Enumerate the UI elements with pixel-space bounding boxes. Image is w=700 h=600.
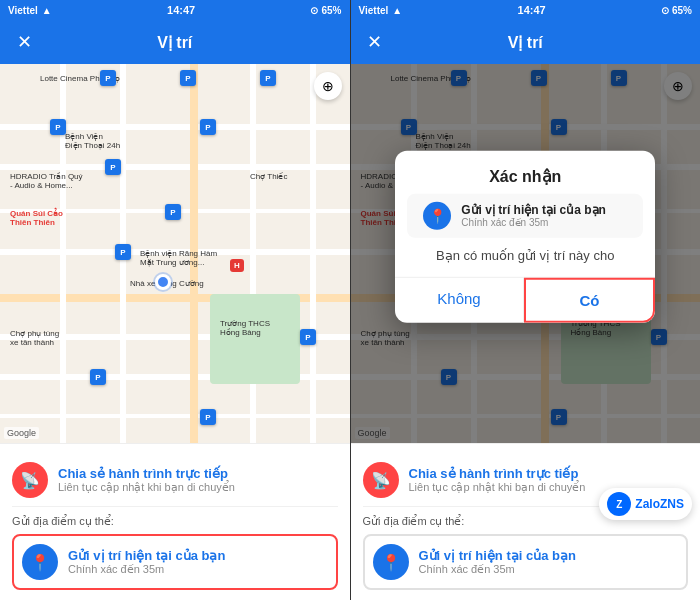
map-area-left: H Lotte Cinema Phú Thọ Bệnh ViệnĐiện Tho… — [0, 64, 350, 443]
status-right-left: ⊙ 65% — [310, 5, 341, 16]
map-park — [210, 294, 300, 384]
carrier-right: Viettel — [359, 5, 389, 16]
right-panel: Viettel ▲ 14:47 ⊙ 65% ✕ Vị trí — [351, 0, 701, 600]
header-title-left: Vị trí — [157, 33, 192, 52]
send-current-icon: 📍 — [22, 544, 58, 580]
wifi-icon-right: ⊙ — [661, 5, 669, 16]
dialog-location-icon: 📍 — [423, 201, 451, 229]
road — [0, 414, 350, 418]
time-right: 14:47 — [518, 4, 546, 16]
map-icon-5: P — [200, 119, 216, 135]
dialog-cancel-button[interactable]: Không — [395, 277, 524, 322]
map-icon-10: P — [90, 369, 106, 385]
send-current-subtitle-r: Chính xác đến 35m — [419, 563, 576, 576]
map-label-cho-phu-tung: Chợ phụ tùngxe tân thành — [10, 329, 59, 347]
zalo-watermark: Z ZaloZNS — [599, 488, 692, 520]
road — [0, 164, 350, 170]
battery-right: 65% — [672, 5, 692, 16]
current-location-marker — [155, 274, 171, 290]
dialog-location-row: 📍 Gửi vị trí hiện tại của bạn Chính xác … — [407, 193, 643, 237]
send-section-label: Gửi địa điểm cụ thể: — [12, 515, 338, 528]
share-live-title: Chia sẻ hành trình trực tiếp — [58, 466, 235, 481]
status-left: Viettel ▲ — [8, 5, 52, 16]
map-icon-11: P — [200, 409, 216, 425]
dialog-confirm-button[interactable]: Có — [524, 277, 656, 322]
status-bar-left: Viettel ▲ 14:47 ⊙ 65% — [0, 0, 350, 20]
dialog-location-main: Gửi vị trí hiện tại của bạn — [461, 203, 606, 217]
dialog-location-sub: Chính xác đến 35m — [461, 217, 606, 228]
compass[interactable]: ⊕ — [314, 72, 342, 100]
road — [310, 64, 316, 443]
bottom-panel-left: 📡 Chia sẻ hành trình trực tiếp Liên tục … — [0, 443, 350, 600]
close-button-left[interactable]: ✕ — [12, 31, 36, 53]
hospital-marker: H — [230, 259, 244, 272]
status-left-right: Viettel ▲ — [359, 5, 403, 16]
close-button-right[interactable]: ✕ — [363, 31, 387, 53]
wifi-icon-left: ⊙ — [310, 5, 318, 16]
bottom-panel-right: 📡 Chia sẻ hành trình trực tiếp Liên tục … — [351, 443, 701, 600]
send-section-left: Gửi địa điểm cụ thể: 📍 Gửi vị trí hiện t… — [12, 515, 338, 590]
send-current-title: Gửi vị trí hiện tại của bạn — [68, 548, 225, 563]
share-live-subtitle-r: Liên tục cập nhật khi bạn di chuyển — [409, 481, 586, 494]
map-icon-3: P — [260, 70, 276, 86]
send-current-location-left[interactable]: 📍 Gửi vị trí hiện tại của bạn Chính xác … — [12, 534, 338, 590]
app-header-left: ✕ Vị trí — [0, 20, 350, 64]
share-live-title-r: Chia sẻ hành trình trực tiếp — [409, 466, 586, 481]
share-live-icon-r: 📡 — [363, 462, 399, 498]
map-label-benh-vien: Bệnh ViệnĐiện Thoại 24h — [65, 132, 120, 150]
dialog-location-text: Gửi vị trí hiện tại của bạn Chính xác đế… — [461, 203, 606, 228]
map-label-truong: Trường THCSHồng Bàng — [220, 319, 270, 337]
map-icon-7: P — [165, 204, 181, 220]
send-current-text: Gửi vị trí hiện tại của bạn Chính xác đế… — [68, 548, 225, 576]
zalo-icon: Z — [607, 492, 631, 516]
send-current-location-right[interactable]: 📍 Gửi vị trí hiện tại của bạn Chính xác … — [363, 534, 689, 590]
map-icon-1: P — [100, 70, 116, 86]
battery-left: 65% — [321, 5, 341, 16]
map-icon-2: P — [180, 70, 196, 86]
share-live-left[interactable]: 📡 Chia sẻ hành trình trực tiếp Liên tục … — [12, 454, 338, 507]
zalo-label: ZaloZNS — [635, 497, 684, 511]
google-label-left: Google — [4, 427, 39, 439]
share-live-icon: 📡 — [12, 462, 48, 498]
dialog-message: Bạn có muốn gửi vị trí này cho — [395, 237, 655, 276]
map-label-cho-thiec: Chợ Thiếc — [250, 172, 287, 181]
signal-icon-right: ▲ — [392, 5, 402, 16]
share-live-subtitle: Liên tục cập nhật khi bạn di chuyển — [58, 481, 235, 494]
time-left: 14:47 — [167, 4, 195, 16]
send-section-right: Gửi địa điểm cụ thể: 📍 Gửi vị trí hiện t… — [363, 515, 689, 590]
map-icon-8: P — [115, 244, 131, 260]
map-background-left: H Lotte Cinema Phú Thọ Bệnh ViệnĐiện Tho… — [0, 64, 350, 443]
map-icon-6: P — [105, 159, 121, 175]
left-panel: Viettel ▲ 14:47 ⊙ 65% ✕ Vị trí — [0, 0, 350, 600]
header-title-right: Vị trí — [508, 33, 543, 52]
map-label-quan-sui: Quán Súi CảoThiên Thiên — [10, 209, 63, 227]
app-header-right: ✕ Vị trí — [351, 20, 701, 64]
dialog-title: Xác nhận — [395, 150, 655, 193]
signal-icon-left: ▲ — [42, 5, 52, 16]
map-icon-4: P — [50, 119, 66, 135]
dialog-buttons: Không Có — [395, 276, 655, 322]
share-live-text-r: Chia sẻ hành trình trực tiếp Liên tục cậ… — [409, 466, 586, 494]
confirm-dialog: Xác nhận 📍 Gửi vị trí hiện tại của bạn C… — [395, 150, 655, 322]
send-current-subtitle: Chính xác đến 35m — [68, 563, 225, 576]
status-bar-right: Viettel ▲ 14:47 ⊙ 65% — [351, 0, 701, 20]
map-icon-9: P — [300, 329, 316, 345]
send-current-icon-r: 📍 — [373, 544, 409, 580]
send-current-title-r: Gửi vị trí hiện tại của bạn — [419, 548, 576, 563]
road — [250, 64, 256, 443]
status-right-right: ⊙ 65% — [661, 5, 692, 16]
carrier-left: Viettel — [8, 5, 38, 16]
send-current-text-r: Gửi vị trí hiện tại của bạn Chính xác đế… — [419, 548, 576, 576]
map-label-hdradio: HDRADIO Trần Quý- Audio & Home... — [10, 172, 83, 190]
map-label-benh-vien-rang: Bệnh viện Răng HàmMặt Trung ương... — [140, 249, 217, 267]
share-live-text: Chia sẻ hành trình trực tiếp Liên tục cậ… — [58, 466, 235, 494]
map-area-right: H Lotte Cinema Phú Thọ Bệnh ViệnĐiện Tho… — [351, 64, 701, 443]
